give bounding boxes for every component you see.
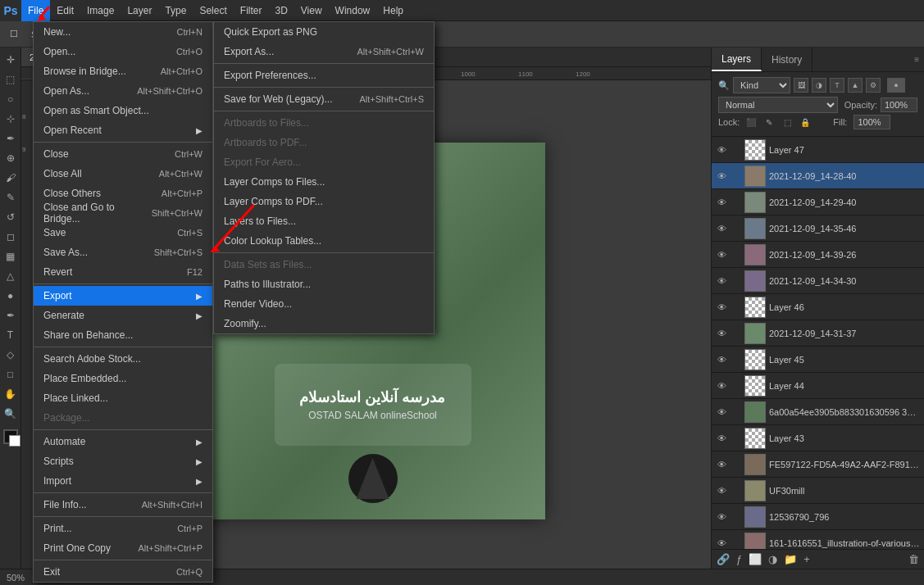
layer-item-161[interactable]: 👁 161-1616551_illustration-of-various-ed…	[712, 530, 924, 549]
shape-tool[interactable]: □	[2, 365, 20, 383]
add-style-btn[interactable]: ƒ	[736, 553, 742, 565]
layer-vis-2021-2[interactable]: 👁	[715, 196, 728, 209]
menu-print-copy[interactable]: Print One CopyAlt+Shift+Ctrl+P	[34, 538, 212, 558]
layer-item-44[interactable]: 👁 Layer 44	[712, 373, 924, 399]
fill-input[interactable]	[853, 115, 890, 129]
submenu-color-lookup[interactable]: Color Lookup Tables...	[214, 231, 434, 251]
submenu-layer-comps-files[interactable]: Layer Comps to Files...	[214, 172, 434, 192]
layer-item-45[interactable]: 👁 Layer 45	[712, 347, 924, 373]
hand-tool[interactable]: ✋	[2, 385, 20, 403]
layer-item-2021-4[interactable]: 👁 2021-12-09_14-39-26	[712, 242, 924, 268]
selection-tool[interactable]: ⬚	[2, 70, 20, 88]
new-layer-btn[interactable]: +	[803, 553, 810, 565]
layer-item-6a00[interactable]: 👁 6a00a54ee3905b883301630596 3d8e970d-pi	[712, 399, 924, 425]
foreground-color[interactable]	[3, 429, 18, 444]
layer-vis-45[interactable]: 👁	[715, 353, 728, 366]
layer-vis-43[interactable]: 👁	[715, 432, 728, 445]
menu-search-stock[interactable]: Search Adobe Stock...	[34, 349, 212, 369]
show-transform-btn[interactable]: ☐	[5, 27, 23, 41]
menu-open-smart[interactable]: Open as Smart Object...	[34, 101, 212, 120]
edit-menu-item[interactable]: Edit	[50, 0, 80, 21]
layer-item-43[interactable]: 👁 Layer 43	[712, 425, 924, 451]
lock-position-icon[interactable]: ✎	[762, 116, 776, 129]
layer-menu-item[interactable]: Layer	[121, 0, 158, 21]
menu-file-info[interactable]: File Info...Alt+Shift+Ctrl+I	[34, 495, 212, 515]
menu-place-linked[interactable]: Place Linked...	[34, 388, 212, 408]
filter-pixel-icon[interactable]: 🖼	[794, 78, 808, 93]
layer-vis-12536[interactable]: 👁	[715, 510, 728, 524]
filter-toggle[interactable]: ●	[887, 78, 905, 93]
layer-item-12536[interactable]: 👁 12536790_796	[712, 504, 924, 530]
menu-save-as[interactable]: Save As...Shift+Ctrl+S	[34, 243, 212, 262]
lasso-tool[interactable]: ○	[2, 90, 20, 108]
panel-options-btn[interactable]: ≡	[909, 48, 924, 71]
blend-mode-dropdown[interactable]: Normal	[718, 97, 838, 113]
menu-close-bridge[interactable]: Close and Go to Bridge...Shift+Ctrl+W	[34, 203, 212, 223]
heal-tool[interactable]: ⊕	[2, 149, 20, 167]
delete-layer-btn[interactable]: 🗑	[908, 553, 919, 565]
submenu-datasets[interactable]: Data Sets as Files...	[214, 255, 434, 274]
link-layers-btn[interactable]: 🔗	[717, 553, 730, 565]
layer-vis-2021-6[interactable]: 👁	[715, 327, 728, 340]
layer-item-uf30[interactable]: 👁 UF30mill	[712, 478, 924, 504]
layer-item-47[interactable]: 👁 Layer 47	[712, 137, 924, 163]
layer-vis-44[interactable]: 👁	[715, 379, 728, 392]
gradient-tool[interactable]: ▦	[2, 247, 20, 265]
dodge-tool[interactable]: ●	[2, 287, 20, 305]
filter-adjustment-icon[interactable]: ◑	[812, 78, 826, 93]
layer-vis-2021-5[interactable]: 👁	[715, 274, 728, 288]
image-menu-item[interactable]: Image	[80, 0, 121, 21]
filter-shape-icon[interactable]: ▲	[848, 78, 863, 93]
filter-text-icon[interactable]: T	[830, 78, 844, 93]
menu-exit[interactable]: ExitCtrl+Q	[34, 562, 212, 582]
menu-share-behance[interactable]: Share on Behance...	[34, 325, 212, 345]
menu-place-embedded[interactable]: Place Embedded...	[34, 369, 212, 388]
text-tool[interactable]: T	[2, 326, 20, 344]
background-color[interactable]	[9, 435, 20, 447]
filter-menu-item[interactable]: Filter	[234, 0, 269, 21]
submenu-artboards-files[interactable]: Artboards to Files...	[214, 113, 434, 133]
submenu-export-as[interactable]: Export As...Alt+Shift+Ctrl+W	[214, 42, 434, 61]
layer-item-2021-3[interactable]: 👁 2021-12-09_14-35-46	[712, 215, 924, 242]
filter-smart-icon[interactable]: ⚙	[866, 78, 881, 93]
menu-open-recent[interactable]: Open Recent▶	[34, 120, 212, 140]
submenu-save-web[interactable]: Save for Web (Legacy)...Alt+Shift+Ctrl+S	[214, 89, 434, 109]
window-menu-item[interactable]: Window	[329, 0, 377, 21]
menu-new[interactable]: New...Ctrl+N	[34, 22, 212, 42]
layer-vis-2021-3[interactable]: 👁	[715, 222, 728, 235]
menu-generate[interactable]: Generate▶	[34, 306, 212, 325]
layer-item-2021-2[interactable]: 👁 2021-12-09_14-29-40	[712, 189, 924, 215]
menu-open[interactable]: Open...Ctrl+O	[34, 42, 212, 61]
submenu-export-prefs[interactable]: Export Preferences...	[214, 66, 434, 85]
layer-vis-6a00[interactable]: 👁	[715, 406, 728, 419]
zoom-tool[interactable]: 🔍	[2, 405, 20, 423]
layer-vis-2021-4[interactable]: 👁	[715, 248, 728, 261]
help-menu-item[interactable]: Help	[376, 0, 410, 21]
menu-scripts[interactable]: Scripts▶	[34, 451, 212, 471]
menu-package[interactable]: Package...	[34, 408, 212, 428]
menu-print[interactable]: Print...Ctrl+P	[34, 519, 212, 538]
opacity-input[interactable]	[881, 98, 917, 112]
layer-vis-2021-1[interactable]: 👁	[715, 170, 728, 183]
crop-tool[interactable]: ⊹	[2, 110, 20, 128]
menu-save[interactable]: SaveCtrl+S	[34, 223, 212, 243]
menu-export[interactable]: Export▶	[34, 286, 212, 306]
kind-dropdown[interactable]: Kind	[733, 77, 790, 93]
submenu-layers-files[interactable]: Layers to Files...	[214, 211, 434, 231]
3d-menu-item[interactable]: 3D	[268, 0, 294, 21]
brush-tool[interactable]: 🖌	[2, 169, 20, 187]
submenu-quick-export[interactable]: Quick Export as PNG	[214, 22, 434, 42]
submenu-layer-comps-pdf[interactable]: Layer Comps to PDF...	[214, 192, 434, 211]
menu-open-as[interactable]: Open As...Alt+Shift+Ctrl+O	[34, 81, 212, 101]
eraser-tool[interactable]: ◻	[2, 228, 20, 246]
layers-tab[interactable]: Layers	[712, 48, 762, 71]
layer-vis-47[interactable]: 👁	[715, 143, 728, 156]
eyedropper-tool[interactable]: ✒	[2, 129, 20, 147]
layer-vis-161[interactable]: 👁	[715, 537, 728, 550]
pen-tool[interactable]: ✒	[2, 306, 20, 324]
menu-close-others[interactable]: Close OthersAlt+Ctrl+P	[34, 184, 212, 203]
layer-item-46[interactable]: 👁 Layer 46	[712, 294, 924, 320]
new-fill-btn[interactable]: ◑	[768, 553, 777, 565]
submenu-zoomify[interactable]: Zoomify...	[214, 314, 434, 333]
layer-item-2021-1[interactable]: 👁 2021-12-09_14-28-40	[712, 163, 924, 189]
